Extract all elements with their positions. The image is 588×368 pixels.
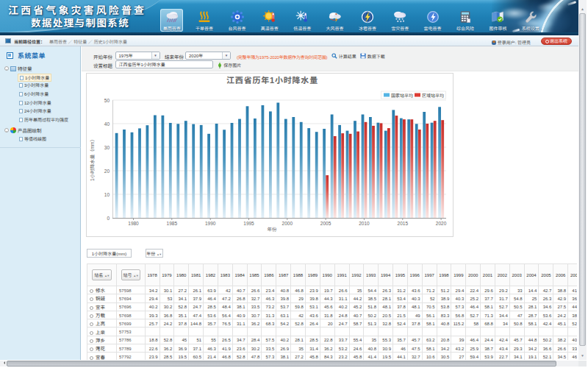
svg-text:年份: 年份 [268, 225, 278, 233]
svg-text:国家站平均: 国家站平均 [391, 92, 413, 99]
svg-text:1990: 1990 [205, 219, 216, 227]
svg-text:10: 10 [104, 191, 110, 198]
svg-text:50: 50 [104, 96, 110, 104]
svg-text:1985: 1985 [167, 219, 178, 227]
svg-text:40: 40 [104, 120, 110, 127]
svg-text:30: 30 [104, 144, 110, 151]
svg-text:2000: 2000 [282, 219, 293, 227]
svg-text:1小时降水量（mm）: 1小时降水量（mm） [88, 137, 96, 181]
svg-text:2015: 2015 [398, 219, 409, 227]
svg-text:2005: 2005 [320, 219, 331, 227]
svg-text:20: 20 [104, 167, 110, 174]
svg-text:1995: 1995 [243, 219, 254, 227]
svg-text:0: 0 [107, 214, 110, 222]
svg-text:区域站平均: 区域站平均 [422, 92, 444, 99]
svg-text:江西省历年1小时降水量: 江西省历年1小时降水量 [226, 74, 318, 85]
svg-text:1980: 1980 [128, 219, 139, 227]
svg-text:2020: 2020 [436, 219, 447, 227]
svg-text:2010: 2010 [359, 219, 370, 227]
